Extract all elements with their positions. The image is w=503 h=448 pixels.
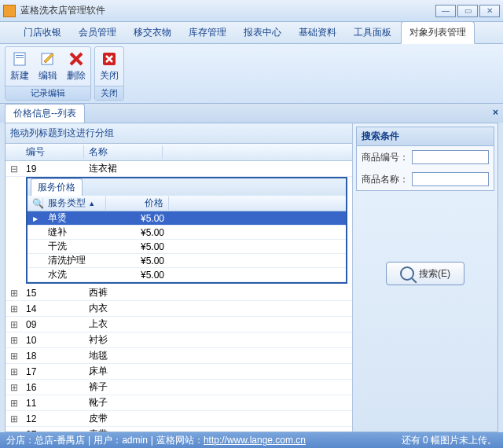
ribbon-group-label: 记录编辑 xyxy=(6,86,90,100)
expand-icon[interactable]: ⊞ xyxy=(6,319,21,330)
svg-rect-0 xyxy=(14,53,25,65)
detail-row[interactable]: 干洗¥5.00 xyxy=(28,240,346,254)
table-row-expanded[interactable]: ⊟ 19 连衣裙 xyxy=(6,161,352,177)
close-icon xyxy=(101,50,118,68)
document-tabs: 价格信息--列表 × xyxy=(0,104,503,123)
search-header: 搜索条件 xyxy=(357,127,494,146)
expand-icon[interactable]: ⊞ xyxy=(6,288,21,299)
detail-row[interactable]: 水洗¥5.00 xyxy=(28,268,346,282)
minimize-button[interactable]: — xyxy=(435,5,456,17)
detail-col-type[interactable]: 服务类型 ▲ xyxy=(43,196,106,210)
tab-price-list[interactable]: 价格信息--列表 xyxy=(5,104,85,123)
expand-icon[interactable]: ⊞ xyxy=(6,398,21,409)
menu-item[interactable]: 基础资料 xyxy=(291,22,344,43)
detail-panel: 服务价格 🔍 服务类型 ▲ 价格 ▸单烫¥5.00缝补¥5.00干洗¥5.00清… xyxy=(26,177,347,284)
delete-icon xyxy=(68,50,85,68)
search-button[interactable]: 搜索(E) xyxy=(386,262,464,285)
label-product-code: 商品编号： xyxy=(362,151,409,164)
table-row[interactable]: ⊞14内衣 xyxy=(6,301,352,317)
expand-icon[interactable]: ⊞ xyxy=(6,303,21,314)
detail-col-price[interactable]: 价格 xyxy=(106,196,169,210)
detail-search-icon[interactable]: 🔍 xyxy=(28,198,43,209)
ribbon-close-button[interactable]: 关闭 xyxy=(95,47,123,86)
table-row[interactable]: ⊞09上衣 xyxy=(6,317,352,332)
input-product-name[interactable] xyxy=(412,172,489,186)
website-link[interactable]: http://www.lange.com.cn xyxy=(204,435,306,446)
detail-row[interactable]: 缝补¥5.00 xyxy=(28,226,346,240)
ribbon-group-close: 关闭 关闭 xyxy=(94,46,124,101)
status-bar: 分店：总店-番禺店 | 用户：admin | 蓝格网站： http://www.… xyxy=(0,432,503,448)
ribbon-delete-button[interactable]: 删除 xyxy=(62,47,90,86)
search-panel: 搜索条件 商品编号： 商品名称： 搜索(E) xyxy=(353,123,497,431)
collapse-icon[interactable]: ⊟ xyxy=(6,163,21,174)
table-row[interactable]: ⊞12皮带 xyxy=(6,411,352,427)
grid-body[interactable]: ⊟ 19 连衣裙 服务价格 🔍 服务类型 ▲ 价格 ▸单烫¥5.00缝补¥5.0… xyxy=(6,161,352,431)
expand-icon[interactable]: ⊞ xyxy=(6,366,21,377)
title-bar: 蓝格洗衣店管理软件 — ▭ ✕ xyxy=(0,0,503,22)
menu-item[interactable]: 对象列表管理 xyxy=(401,21,475,44)
maximize-button[interactable]: ▭ xyxy=(457,5,478,17)
ribbon-edit-button[interactable]: 编辑 xyxy=(34,47,62,86)
search-icon xyxy=(400,266,414,281)
grid-header: 编号 名称 xyxy=(6,144,352,161)
ribbon-group-label: 关闭 xyxy=(95,86,123,100)
cell-name: 连衣裙 xyxy=(84,162,163,175)
group-by-hint: 拖动列标题到这进行分组 xyxy=(6,123,352,144)
menu-item[interactable]: 工具面板 xyxy=(346,22,399,43)
ribbon-group-edit: 新建编辑删除 记录编辑 xyxy=(5,46,91,101)
expand-icon[interactable]: ⊞ xyxy=(6,429,21,432)
ribbon: 新建编辑删除 记录编辑 关闭 关闭 xyxy=(0,44,503,104)
expand-icon[interactable]: ⊞ xyxy=(6,351,21,362)
menu-item[interactable]: 会员管理 xyxy=(71,22,124,43)
column-code[interactable]: 编号 xyxy=(21,145,84,159)
detail-row[interactable]: 清洗护理¥5.00 xyxy=(28,254,346,268)
tab-close-icon[interactable]: × xyxy=(493,107,498,118)
detail-tab[interactable]: 服务价格 xyxy=(31,178,83,196)
input-product-code[interactable] xyxy=(412,150,489,164)
ribbon-new-button[interactable]: 新建 xyxy=(6,47,34,86)
menu-item[interactable]: 移交衣物 xyxy=(126,22,179,43)
grid-panel: 拖动列标题到这进行分组 编号 名称 ⊟ 19 连衣裙 服务价格 🔍 服务类型 ▲… xyxy=(6,123,353,431)
svg-rect-2 xyxy=(16,57,24,58)
cell-code: 19 xyxy=(21,163,84,174)
menu-item[interactable]: 门店收银 xyxy=(16,22,69,43)
edit-icon xyxy=(39,50,57,68)
close-window-button[interactable]: ✕ xyxy=(479,5,500,17)
menu-item[interactable]: 库存管理 xyxy=(181,22,234,43)
column-name[interactable]: 名称 xyxy=(84,145,163,159)
table-row[interactable]: ⊞10衬衫 xyxy=(6,332,352,348)
window-title: 蓝格洗衣店管理软件 xyxy=(20,4,435,17)
table-row[interactable]: ⊞17床单 xyxy=(6,364,352,380)
expand-icon[interactable]: ⊞ xyxy=(6,382,21,393)
svg-rect-1 xyxy=(16,55,24,56)
status-upload: 还有 0 幅图片未上传。 xyxy=(402,434,497,447)
expand-icon[interactable]: ⊞ xyxy=(6,413,21,424)
table-row[interactable]: ⊞11靴子 xyxy=(6,395,352,411)
table-row[interactable]: ⊞07表带 xyxy=(6,427,352,431)
label-product-name: 商品名称： xyxy=(362,173,409,186)
table-row[interactable]: ⊞16裤子 xyxy=(6,380,352,395)
detail-row[interactable]: ▸单烫¥5.00 xyxy=(28,211,346,226)
menu-item[interactable]: 报表中心 xyxy=(236,22,289,43)
expand-icon[interactable]: ⊞ xyxy=(6,335,21,346)
main-menu: 门店收银会员管理移交衣物库存管理报表中心基础资料工具面板对象列表管理 xyxy=(0,22,503,44)
table-row[interactable]: ⊞18地毯 xyxy=(6,348,352,364)
app-icon xyxy=(3,5,16,17)
new-icon xyxy=(11,50,28,68)
main-content: 拖动列标题到这进行分组 编号 名称 ⊟ 19 连衣裙 服务价格 🔍 服务类型 ▲… xyxy=(5,123,498,432)
table-row[interactable]: ⊞15西裤 xyxy=(6,285,352,301)
